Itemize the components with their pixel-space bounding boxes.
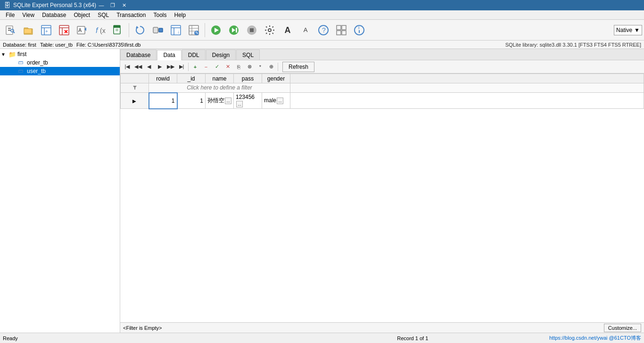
tree-db-first[interactable]: ▼ 📁 first (0, 50, 120, 58)
data-add[interactable]: + (190, 62, 200, 72)
data-cancel[interactable]: ✕ (223, 62, 233, 72)
nav-first[interactable]: |◀ (122, 62, 132, 72)
toolbar-info[interactable]: i (351, 22, 368, 39)
toolbar-rename[interactable]: A (74, 22, 91, 39)
minimize-button[interactable]: — (96, 1, 107, 9)
toolbar-expression[interactable]: f(x) (91, 22, 108, 39)
data-table: rowid _id name pass gender Click here to… (120, 74, 644, 109)
native-label: Native (616, 27, 632, 33)
row-1-gender[interactable]: male... (262, 93, 290, 109)
toolbar-import[interactable]: ↓ (167, 22, 184, 39)
tree-table-order[interactable]: ▶ 🗃 order_tb (0, 58, 120, 67)
toolbar-font-large[interactable]: A (279, 22, 296, 39)
nav-next-page[interactable]: ▶▶ (165, 62, 176, 72)
toolbar-open-db[interactable] (20, 22, 37, 39)
data-plus[interactable]: ⊕ (266, 62, 276, 72)
filter-extra (290, 83, 644, 93)
tree-toggle-first[interactable]: ▼ (1, 52, 8, 57)
menu-bar: File View Database Object SQL Transactio… (0, 10, 644, 20)
filter-status: <Filter is Empty> (123, 325, 604, 331)
tab-sql[interactable]: SQL (236, 49, 260, 60)
toolbar-run[interactable] (207, 22, 224, 39)
tab-data[interactable]: Data (157, 50, 181, 60)
svg-rect-47 (337, 25, 341, 30)
toolbar-new-table[interactable]: + (38, 22, 55, 39)
row-1-rowid[interactable]: 1 (149, 93, 177, 109)
db-file: File: C:\Users\83735\first.db (76, 42, 140, 48)
data-clear[interactable]: ⊗ (244, 62, 255, 72)
svg-text:↑: ↑ (119, 30, 121, 35)
col-name: name (206, 74, 234, 83)
toolbar-sep-2 (205, 23, 205, 37)
toolbar-font-small[interactable]: A (297, 22, 314, 39)
svg-marker-23 (136, 26, 139, 28)
menu-file[interactable]: File (2, 11, 18, 19)
menu-sql[interactable]: SQL (94, 11, 113, 19)
maximize-button[interactable]: ❐ (107, 1, 118, 9)
tree-toggle-user: ▶ (10, 69, 18, 74)
table-icon-user: 🗃 (18, 68, 25, 74)
data-confirm[interactable]: ✓ (212, 62, 222, 72)
svg-rect-25 (159, 28, 163, 32)
status-url: https://blog.csdn.net/ywai @61CTO博客 (549, 335, 641, 342)
menu-help[interactable]: Help (170, 11, 190, 19)
name-ellipsis[interactable]: ... (225, 98, 231, 104)
pass-ellipsis[interactable]: ... (236, 101, 243, 107)
toolbar-new-db[interactable] (2, 22, 19, 39)
customize-button[interactable]: Customize... (604, 324, 641, 332)
tab-database[interactable]: Database (120, 49, 157, 60)
tab-ddl[interactable]: DDL (182, 49, 206, 60)
svg-rect-49 (337, 31, 341, 35)
table-icon-order: 🗃 (18, 59, 25, 66)
toolbar-stop[interactable] (243, 22, 260, 39)
font-large-icon: A (285, 26, 291, 34)
menu-view[interactable]: View (18, 11, 38, 19)
data-star[interactable]: * (255, 62, 265, 72)
nav-last[interactable]: ▶| (176, 62, 187, 72)
toolbar-step[interactable] (225, 22, 242, 39)
toolbar-export-excel[interactable]: ↑ (109, 22, 126, 39)
data-row-1[interactable]: ▶ 1 1 孙悟空... 123456... male... (121, 93, 644, 109)
tree-view: ▼ 📁 first ▶ 🗃 order_tb ▶ 🗃 user_tb (0, 49, 120, 333)
toolbar-connect[interactable] (149, 22, 166, 39)
toolbar-edit-table[interactable]: ✎ (185, 22, 202, 39)
svg-text:f: f (96, 26, 99, 34)
menu-object[interactable]: Object (70, 11, 94, 19)
tab-design[interactable]: Design (206, 49, 236, 60)
data-copy[interactable]: ⎘ (233, 62, 244, 72)
toolbar-right: Native ▼ (614, 25, 642, 35)
tree-table-user-name: user_tb (27, 68, 46, 74)
toolbar-delete[interactable] (56, 22, 73, 39)
filter-row[interactable]: Click here to define a filter (121, 83, 644, 93)
col-extra (290, 74, 644, 83)
col-indicator (121, 74, 149, 83)
nav-next[interactable]: ▶ (155, 62, 165, 72)
toolbar-options[interactable] (261, 22, 278, 39)
row-1-extra (290, 93, 644, 109)
nav-prev[interactable]: ◀ (144, 62, 154, 72)
svg-rect-48 (342, 25, 346, 30)
refresh-button[interactable]: Refresh (282, 62, 314, 72)
tree-table-order-name: order_tb (27, 59, 48, 66)
col-id: _id (177, 74, 206, 83)
title-bar: 🗄 SQLite Expert Personal 5.3 (x64) — ❐ ✕ (0, 0, 644, 10)
menu-transaction[interactable]: Transaction (113, 11, 149, 19)
toolbar-help[interactable]: ? (315, 22, 332, 39)
data-delete[interactable]: − (201, 62, 211, 72)
filter-row-text[interactable]: Click here to define a filter (149, 83, 290, 93)
menu-database[interactable]: Database (38, 11, 70, 19)
nav-prev-page[interactable]: ◀◀ (133, 62, 143, 72)
svg-text:i: i (358, 24, 359, 30)
close-button[interactable]: ✕ (119, 1, 129, 9)
row-1-name[interactable]: 孙悟空... (206, 93, 234, 109)
menu-tools[interactable]: Tools (149, 11, 170, 19)
tree-table-user[interactable]: ▶ 🗃 user_tb (0, 67, 120, 75)
record-info: Record 1 of 1 (276, 335, 550, 341)
font-small-icon: A (304, 27, 308, 33)
row-1-id[interactable]: 1 (177, 93, 206, 109)
row-1-pass[interactable]: 123456... (234, 93, 262, 109)
toolbar-refresh[interactable] (132, 22, 149, 39)
gender-ellipsis[interactable]: ... (277, 98, 283, 104)
toolbar-layout[interactable] (333, 22, 350, 39)
native-dropdown[interactable]: Native ▼ (614, 25, 642, 35)
